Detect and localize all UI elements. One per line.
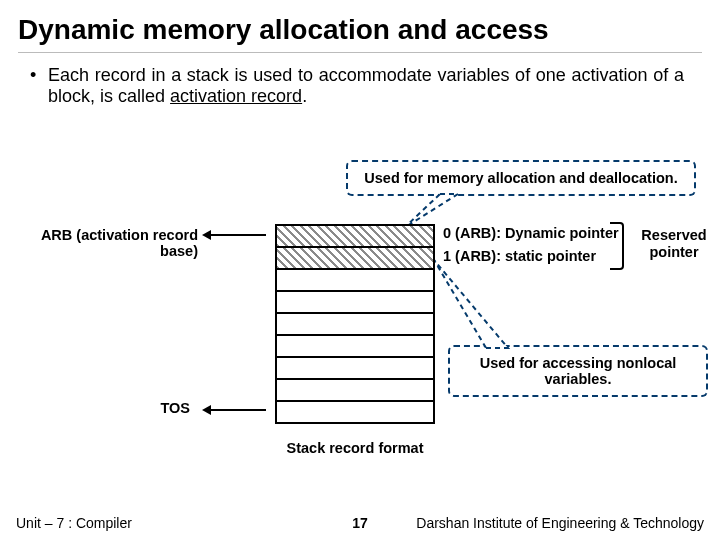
stack-row-3 — [277, 292, 433, 314]
title-underline — [18, 52, 702, 53]
svg-marker-1 — [434, 260, 508, 348]
tos-arrow-line — [210, 409, 266, 411]
bullet-marker: • — [30, 65, 48, 107]
arb-arrow-line — [210, 234, 266, 236]
slide-title: Dynamic memory allocation and access — [0, 0, 720, 52]
stack-row-8 — [277, 402, 433, 424]
arb-label: ARB (activation record base) — [8, 227, 198, 259]
svg-marker-0 — [404, 194, 458, 228]
tos-label: TOS — [130, 400, 190, 416]
footer-right: Darshan Institute of Engineering & Techn… — [416, 515, 704, 531]
stack-row-1 — [277, 248, 433, 270]
stack-diagram — [275, 224, 435, 424]
callout-tail-bottom — [430, 258, 520, 350]
stack-row-4 — [277, 314, 433, 336]
callout-nonlocal-variables: Used for accessing nonlocal variables. — [448, 345, 708, 397]
slide: Dynamic memory allocation and access • E… — [0, 0, 720, 540]
row-1-label: 1 (ARB): static pointer — [443, 248, 596, 264]
stack-row-6 — [277, 358, 433, 380]
stack-row-2 — [277, 270, 433, 292]
bullet-post: . — [302, 86, 307, 106]
footer: Unit – 7 : Compiler 17 Darshan Institute… — [0, 506, 720, 540]
stack-row-5 — [277, 336, 433, 358]
stack-row-0 — [277, 226, 433, 248]
tos-arrow-head — [202, 405, 211, 415]
bracket-icon — [610, 222, 624, 270]
row-0-label: 0 (ARB): Dynamic pointer — [443, 225, 619, 241]
stack-row-7 — [277, 380, 433, 402]
callout-memory-allocation: Used for memory allocation and deallocat… — [346, 160, 696, 196]
arb-arrow-head — [202, 230, 211, 240]
bullet-text: Each record in a stack is used to accomm… — [48, 65, 684, 107]
bullet-underlined: activation record — [170, 86, 302, 106]
stack-caption: Stack record format — [275, 440, 435, 456]
bullet-item: • Each record in a stack is used to acco… — [0, 63, 720, 111]
bullet-pre: Each record in a stack is used to accomm… — [48, 65, 684, 106]
reserved-pointer-label: Reserved pointer — [636, 227, 712, 260]
